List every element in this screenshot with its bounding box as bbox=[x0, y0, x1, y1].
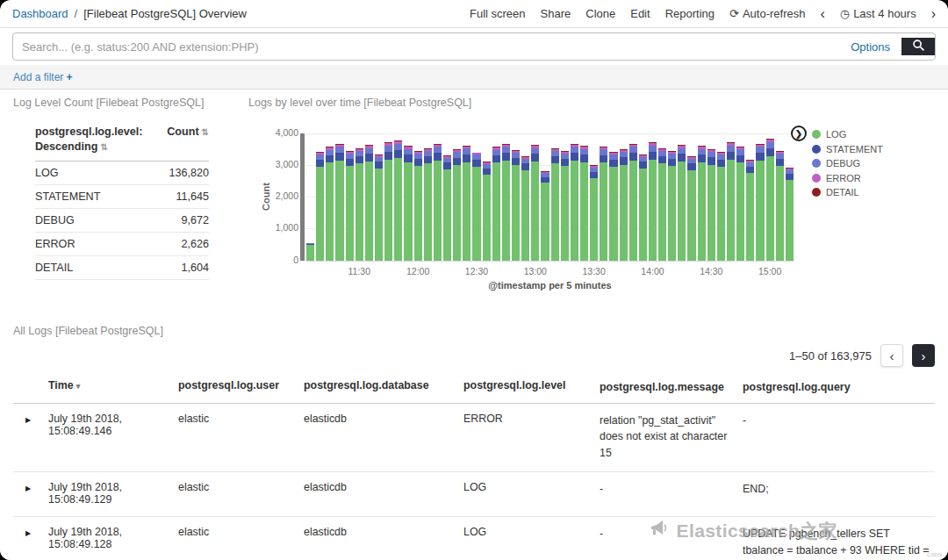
bar-14:05[interactable] bbox=[658, 133, 666, 261]
bar-13:55[interactable] bbox=[639, 133, 647, 261]
edit-button[interactable]: Edit bbox=[630, 7, 650, 20]
top-nav: Dashboard / [Filebeat PostgreSQL] Overvi… bbox=[0, 0, 948, 28]
user-column-header[interactable]: postgresql.log.user bbox=[178, 379, 304, 396]
bar-12:20[interactable] bbox=[453, 133, 461, 261]
bar-11:35[interactable] bbox=[365, 133, 373, 261]
chart-plot bbox=[305, 133, 794, 261]
bar-13:20[interactable] bbox=[571, 133, 578, 261]
reporting-button[interactable]: Reporting bbox=[665, 7, 715, 20]
bar-11:45[interactable] bbox=[384, 133, 392, 261]
bar-12:00[interactable] bbox=[414, 133, 422, 261]
options-link[interactable]: Options bbox=[851, 40, 890, 54]
legend-item[interactable]: DETAIL bbox=[812, 185, 883, 200]
bar-13:25[interactable] bbox=[580, 133, 588, 261]
top-menu: Full screen Share Clone Edit Reporting ⟳… bbox=[470, 7, 936, 21]
bar-13:35[interactable] bbox=[600, 133, 607, 261]
bar-14:00[interactable] bbox=[649, 133, 657, 261]
level-column-sort-header[interactable]: postgresql.log.level: Descending⇅ bbox=[35, 125, 149, 154]
breadcrumb-dashboard-link[interactable]: Dashboard bbox=[12, 7, 68, 20]
search-input[interactable] bbox=[13, 40, 839, 54]
x-axis-title: @timestamp per 5 minutes bbox=[305, 280, 794, 291]
legend-item[interactable]: ERROR bbox=[812, 171, 883, 186]
bar-11:55[interactable] bbox=[404, 133, 412, 261]
bar-12:30[interactable] bbox=[472, 133, 480, 261]
bar-segment-statement bbox=[551, 156, 559, 163]
share-button[interactable]: Share bbox=[541, 7, 571, 20]
table-row[interactable]: STATEMENT 11,645 bbox=[35, 185, 209, 209]
bar-12:10[interactable] bbox=[434, 133, 442, 261]
bar-12:35[interactable] bbox=[483, 133, 491, 261]
count-column-sort-header[interactable]: Count⇅ bbox=[167, 125, 209, 154]
bar-segment-statement bbox=[707, 157, 715, 164]
bar-15:05[interactable] bbox=[776, 133, 784, 261]
bar-13:00[interactable] bbox=[531, 133, 539, 261]
bar-11:50[interactable] bbox=[394, 133, 402, 261]
table-row[interactable]: DETAIL 1,604 bbox=[35, 256, 209, 280]
bar-segment-log bbox=[600, 162, 607, 261]
bar-segment-statement bbox=[668, 159, 676, 166]
bar-13:30[interactable] bbox=[590, 133, 598, 261]
table-row[interactable]: LOG 136,820 bbox=[35, 162, 209, 185]
clone-button[interactable]: Clone bbox=[585, 7, 615, 20]
bar-11:15[interactable] bbox=[326, 133, 334, 261]
bar-15:10[interactable] bbox=[786, 133, 794, 261]
bar-12:05[interactable] bbox=[424, 133, 432, 261]
row-expand-icon[interactable]: ▶ bbox=[25, 485, 31, 492]
table-row[interactable]: ERROR 2,626 bbox=[35, 233, 209, 256]
bar-14:20[interactable] bbox=[687, 133, 695, 261]
time-column-header[interactable]: Time▾ bbox=[48, 379, 178, 396]
bar-11:10[interactable] bbox=[316, 133, 324, 261]
pagination-prev-button[interactable]: ‹ bbox=[880, 344, 903, 367]
legend-color-dot bbox=[812, 159, 821, 168]
legend-item[interactable]: STATEMENT bbox=[812, 142, 883, 157]
bar-segment-statement bbox=[502, 153, 510, 161]
bar-13:10[interactable] bbox=[551, 133, 559, 261]
bar-12:50[interactable] bbox=[512, 133, 520, 261]
bar-11:05[interactable] bbox=[306, 133, 314, 261]
bar-14:10[interactable] bbox=[668, 133, 676, 261]
table-row[interactable]: DEBUG 9,672 bbox=[35, 209, 209, 233]
bar-12:40[interactable] bbox=[492, 133, 500, 261]
bar-14:50[interactable] bbox=[746, 133, 754, 261]
level-column-header[interactable]: postgresql.log.level bbox=[463, 379, 600, 396]
query-column-header[interactable]: postgresql.log.query bbox=[743, 379, 935, 396]
row-expand-icon[interactable]: ▶ bbox=[25, 416, 31, 424]
bar-14:40[interactable] bbox=[727, 133, 735, 261]
legend-item[interactable]: DEBUG bbox=[812, 156, 883, 171]
bar-11:20[interactable] bbox=[335, 133, 343, 261]
time-back-button[interactable]: ‹ bbox=[820, 7, 824, 21]
fullscreen-button[interactable]: Full screen bbox=[470, 7, 526, 20]
auto-refresh-button[interactable]: ⟳Auto-refresh bbox=[729, 7, 805, 20]
bar-13:15[interactable] bbox=[561, 133, 569, 261]
add-filter-button[interactable]: Add a filter+ bbox=[13, 71, 72, 83]
time-range-picker[interactable]: ◷Last 4 hours bbox=[840, 7, 916, 20]
database-column-header[interactable]: postgresql.log.database bbox=[304, 379, 463, 396]
bar-12:45[interactable] bbox=[502, 133, 510, 261]
bar-13:50[interactable] bbox=[629, 133, 637, 261]
bar-12:15[interactable] bbox=[443, 133, 451, 261]
bar-15:00[interactable] bbox=[766, 133, 774, 261]
bar-11:30[interactable] bbox=[356, 133, 363, 261]
legend-toggle-button[interactable]: ❯ bbox=[791, 126, 807, 141]
bar-14:30[interactable] bbox=[707, 133, 715, 261]
bar-13:40[interactable] bbox=[609, 133, 617, 261]
bar-14:25[interactable] bbox=[698, 133, 706, 261]
bar-12:25[interactable] bbox=[463, 133, 470, 261]
bar-14:15[interactable] bbox=[678, 133, 686, 261]
bar-11:40[interactable] bbox=[375, 133, 383, 261]
bar-11:25[interactable] bbox=[346, 133, 354, 261]
bar-14:35[interactable] bbox=[717, 133, 725, 261]
row-expand-icon[interactable]: ▶ bbox=[25, 529, 31, 537]
message-column-header[interactable]: postgresql.log.message bbox=[600, 379, 743, 396]
pagination-next-button[interactable]: › bbox=[912, 344, 935, 367]
time-forward-button[interactable]: › bbox=[931, 7, 936, 21]
bar-14:45[interactable] bbox=[736, 133, 744, 261]
bar-segment-statement bbox=[384, 152, 392, 160]
search-icon bbox=[912, 39, 925, 54]
bar-14:55[interactable] bbox=[756, 133, 764, 261]
legend-item[interactable]: LOG bbox=[812, 127, 883, 142]
bar-13:45[interactable] bbox=[620, 133, 628, 261]
bar-12:55[interactable] bbox=[521, 133, 529, 261]
bar-13:05[interactable] bbox=[541, 133, 549, 261]
search-submit-button[interactable] bbox=[901, 38, 935, 55]
